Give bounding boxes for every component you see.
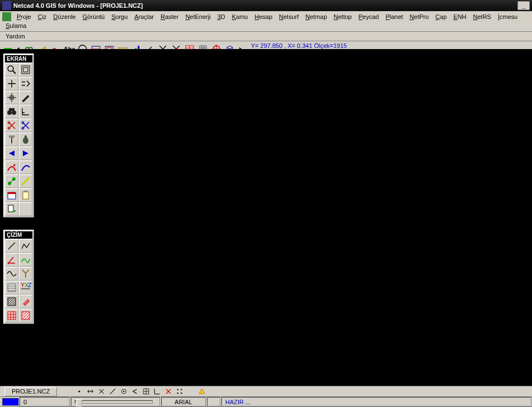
workspace: EKRAN ÇİZİM YXZ <box>0 49 532 386</box>
menu-netenerji[interactable]: NetEnerji <box>182 12 214 21</box>
snap-circle-dot[interactable] <box>118 386 129 396</box>
document-tab[interactable]: PROJE1.NCZ <box>4 387 57 396</box>
drawing-canvas[interactable] <box>39 49 532 386</box>
calendar-tool[interactable] <box>5 188 18 202</box>
menu-peycad[interactable]: Peycad <box>355 12 383 21</box>
xyz-tool[interactable]: YXZ <box>19 281 32 294</box>
window-title: Netcad 4.0 GIS for Windows - [PROJE1.NCZ… <box>13 2 143 9</box>
snap-cross2b[interactable] <box>163 386 174 396</box>
hatch-back-tool[interactable] <box>5 295 18 308</box>
font-cell[interactable]: ARIAL <box>161 397 206 406</box>
zoom-window-tool[interactable] <box>5 63 18 76</box>
pencil-tool[interactable] <box>19 91 32 104</box>
snap-dot[interactable] <box>74 386 85 396</box>
menu-netpro[interactable]: NetPro <box>407 12 432 21</box>
layer-cell[interactable]: 0 <box>20 397 70 406</box>
palette-ekran[interactable]: EKRAN <box>3 54 34 217</box>
hammer-tool[interactable] <box>5 133 18 146</box>
menu-çiz[interactable]: Çiz <box>35 12 50 21</box>
menu-yardim[interactable]: Yardım <box>2 32 28 41</box>
svg-rect-42 <box>8 312 16 319</box>
palette-cizim[interactable]: ÇİZİM YXZ <box>3 230 34 324</box>
grenade-tool[interactable] <box>19 133 32 146</box>
tab-row: PROJE1.NCZ <box>0 386 532 397</box>
svg-point-44 <box>79 390 80 392</box>
curve-red-tool[interactable] <box>5 161 18 174</box>
menu-araçlar[interactable]: Araçlar <box>131 12 157 21</box>
snap-axis[interactable] <box>152 386 163 396</box>
menu-proje[interactable]: Proje <box>13 12 35 21</box>
snap-perp-tool[interactable] <box>19 105 32 118</box>
menu-kamu[interactable]: Kamu <box>229 12 252 21</box>
hatch-grid-tool[interactable] <box>5 281 18 294</box>
snap-arrows-h[interactable] <box>85 386 96 396</box>
svg-point-46 <box>123 391 124 392</box>
line-tool[interactable] <box>5 239 18 253</box>
snap-sep <box>185 386 196 396</box>
snap-triangle[interactable] <box>196 386 207 396</box>
svg-rect-33 <box>8 192 16 194</box>
zoom-extents-tool[interactable] <box>19 63 32 76</box>
crosshair-tool[interactable] <box>5 91 18 104</box>
arrow-blue-right-tool[interactable] <box>19 147 32 160</box>
paste-tool[interactable] <box>19 188 32 202</box>
spline-green-tool[interactable] <box>19 253 32 267</box>
palette-cizim-title[interactable]: ÇİZİM <box>5 231 32 239</box>
minimize-button[interactable]: _ <box>518 1 530 10</box>
snap-line-r[interactable] <box>107 386 118 396</box>
menu-görüntü[interactable]: Görüntü <box>79 12 108 21</box>
svg-point-49 <box>177 393 178 394</box>
menu-netsurf[interactable]: Netsurf <box>275 12 302 21</box>
doc-arrow-tool[interactable] <box>5 202 18 216</box>
menu-çap[interactable]: Çap <box>432 12 450 21</box>
arrow-blue-left-tool[interactable] <box>5 147 18 160</box>
svg-rect-35 <box>24 191 27 192</box>
sine-tool[interactable] <box>5 267 18 280</box>
menu-i̇cmesu[interactable]: İcmesu <box>495 12 521 21</box>
pan-step-tool[interactable] <box>19 77 32 90</box>
svg-rect-29 <box>25 135 27 138</box>
menu-raster[interactable]: Raster <box>157 12 182 21</box>
menu-düzenle[interactable]: Düzenle <box>50 12 79 21</box>
pan-tool[interactable] <box>5 77 18 90</box>
binoculars-tool[interactable] <box>5 105 18 118</box>
snap-grid2[interactable] <box>141 386 152 396</box>
svg-point-15 <box>8 66 13 71</box>
polyline-tool[interactable] <box>19 239 32 253</box>
line-yellow-tool[interactable] <box>19 175 32 188</box>
menu-netmap[interactable]: Netmap <box>302 12 331 21</box>
scissors-blue-tool[interactable] <box>19 119 32 132</box>
menu-sulama[interactable]: Sulama <box>2 21 30 30</box>
menu-netrs[interactable]: NetRS <box>470 12 494 21</box>
slider-cell[interactable] <box>71 397 160 406</box>
snap-cross[interactable] <box>96 386 107 396</box>
node-green-tool[interactable] <box>5 175 18 188</box>
eraser-red-tool[interactable] <box>19 295 32 308</box>
grid-red-tool[interactable] <box>5 309 18 322</box>
color-swatch[interactable] <box>2 398 19 406</box>
branch-tool[interactable] <box>19 267 32 280</box>
curve-up-tool[interactable] <box>19 161 32 174</box>
snap-toolbar <box>74 386 207 396</box>
scissors-red-tool[interactable] <box>5 119 18 132</box>
hatch-diag-tool[interactable] <box>19 309 32 322</box>
svg-rect-27 <box>9 135 14 138</box>
angle-red-tool[interactable] <box>5 253 18 267</box>
snap-dots4[interactable] <box>174 386 185 396</box>
slider-icon[interactable] <box>75 400 153 404</box>
svg-point-28 <box>23 137 28 144</box>
menu-sorgu[interactable]: Sorgu <box>108 12 131 21</box>
snap-arrow-l2[interactable] <box>129 386 141 396</box>
svg-rect-21 <box>9 108 14 111</box>
blank-tool[interactable] <box>19 202 32 216</box>
menu-hesap[interactable]: Hesap <box>251 12 275 21</box>
title-bar: Netcad 4.0 GIS for Windows - [PROJE1.NCZ… <box>0 0 532 11</box>
menu-planet[interactable]: Planet <box>382 12 406 21</box>
menu-enh[interactable]: ENH <box>450 12 470 21</box>
svg-rect-36 <box>8 205 13 212</box>
palette-ekran-title[interactable]: EKRAN <box>5 55 32 62</box>
svg-point-19 <box>7 110 12 115</box>
menu-3d[interactable]: 3D <box>214 12 229 21</box>
menu-nettop[interactable]: Nettop <box>330 12 355 21</box>
svg-rect-17 <box>23 67 28 72</box>
